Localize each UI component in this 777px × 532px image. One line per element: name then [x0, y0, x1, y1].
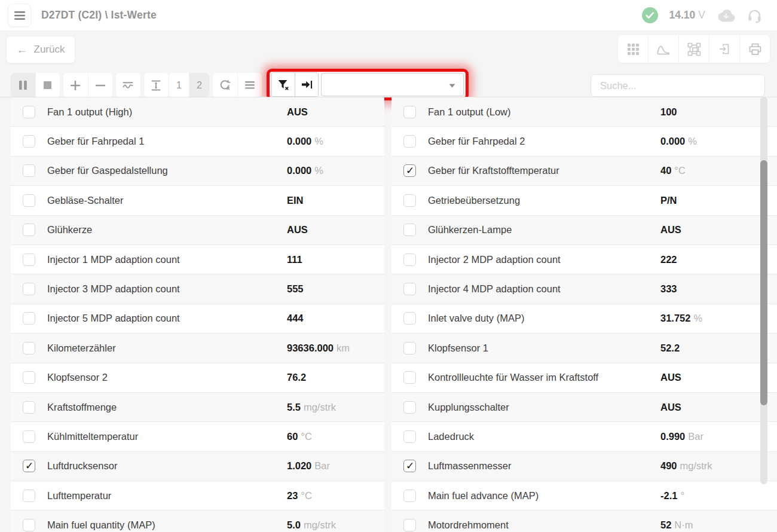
plus-icon [71, 81, 80, 90]
row-checkbox[interactable] [403, 135, 416, 148]
table-row[interactable]: Klopfsensor 1 52.2 [391, 334, 777, 363]
row-value-number: 1.020 [287, 460, 311, 471]
table-row[interactable]: Glühkerzen-Lampe AUS [391, 216, 777, 245]
table-row[interactable]: Injector 1 MDP adaption count 111 [11, 245, 384, 274]
table-row[interactable]: Kontrollleuchte für Wasser im Kraftstoff… [391, 363, 777, 393]
table-row[interactable]: Motordrehmoment 52N·m [391, 510, 777, 532]
row-checkbox[interactable] [403, 283, 416, 295]
row-value: 31.752% [660, 313, 702, 324]
chart-view-button[interactable] [648, 35, 678, 63]
table-row[interactable]: Geber für Gaspedalstellung 0.000% [11, 157, 384, 186]
table-row[interactable]: Fan 1 output (Low) 100 [391, 97, 777, 127]
reset-values-button[interactable] [213, 73, 237, 97]
table-row[interactable]: Geber für Kraftstofftemperatur 40°C [391, 157, 777, 186]
table-row[interactable]: Geber für Fahrpedal 1 0.000% [11, 127, 384, 156]
remove-button[interactable] [88, 73, 113, 97]
row-checkbox[interactable] [403, 401, 416, 414]
transform-frame-icon [687, 42, 701, 56]
table-row[interactable]: Getriebeübersetzung P/N [391, 186, 777, 215]
transform-view-button[interactable] [678, 35, 709, 63]
table-row[interactable]: Injector 4 MDP adaption count 333 [391, 274, 777, 304]
table-row[interactable]: Geber für Fahrpedal 2 0.000% [391, 127, 777, 156]
table-row[interactable]: Gebläse-Schalter EIN [11, 186, 384, 215]
row-checkbox[interactable] [23, 135, 35, 148]
table-row[interactable]: Kraftstoffmenge 5.5mg/strk [11, 393, 384, 422]
list-lines-icon [245, 81, 255, 89]
page-1-button[interactable]: 1 [169, 73, 189, 97]
row-checkbox[interactable] [23, 519, 35, 531]
grid-view-button[interactable] [618, 35, 648, 63]
value-range-button[interactable] [144, 73, 169, 97]
table-row[interactable]: Kupplungsschalter AUS [391, 393, 777, 422]
table-row[interactable]: Fan 1 output (High) AUS [11, 97, 384, 127]
smoothing-button[interactable] [116, 73, 140, 97]
cloud-download-icon[interactable] [717, 9, 735, 22]
table-row[interactable]: Ladedruck 0.990Bar [391, 422, 777, 451]
row-label: Lufttemperatur [47, 490, 111, 502]
table-row[interactable]: Injector 2 MDP adaption count 222 [391, 245, 777, 274]
row-checkbox[interactable] [23, 460, 35, 472]
row-label: Glühkerze [47, 224, 92, 236]
table-row[interactable]: Main fuel quantity (MAP) 5.0mg/strk [11, 510, 384, 532]
page-2-button[interactable]: 2 [189, 73, 209, 97]
table-row[interactable]: Glühkerze AUS [11, 216, 384, 245]
clear-filter-button[interactable] [272, 73, 295, 96]
row-value-number: 60 [287, 431, 298, 442]
filter-dropdown[interactable] [321, 73, 464, 96]
stop-button[interactable] [35, 73, 60, 97]
row-checkbox[interactable] [23, 401, 35, 414]
row-checkbox[interactable] [23, 342, 35, 354]
table-row[interactable]: Kilometerzähler 93636.000km [11, 334, 384, 363]
table-row[interactable]: Klopfsensor 2 76.2 [11, 363, 384, 393]
hamburger-menu-button[interactable] [8, 4, 31, 27]
row-checkbox[interactable] [403, 430, 416, 443]
row-checkbox[interactable] [23, 106, 35, 118]
row-checkbox[interactable] [23, 253, 35, 266]
vertical-scrollbar-track[interactable] [760, 97, 767, 484]
row-checkbox[interactable] [23, 312, 35, 325]
row-checkbox[interactable] [403, 194, 416, 207]
list-options-button[interactable] [237, 73, 262, 97]
row-checkbox[interactable] [403, 519, 416, 531]
row-checkbox[interactable] [23, 490, 35, 502]
row-checkbox[interactable] [403, 490, 416, 502]
row-checkbox[interactable] [23, 224, 35, 236]
row-checkbox[interactable] [403, 371, 416, 384]
table-row[interactable]: Inlet valve duty (MAP) 31.752% [391, 304, 777, 334]
row-checkbox[interactable] [403, 164, 416, 177]
row-checkbox[interactable] [23, 430, 35, 443]
search-input[interactable] [591, 74, 765, 97]
row-checkbox[interactable] [23, 371, 35, 384]
row-checkbox[interactable] [403, 253, 416, 266]
row-checkbox[interactable] [23, 164, 35, 177]
table-row[interactable]: Luftmassenmesser 490mg/strk [391, 452, 777, 481]
row-value-unit: °C [301, 431, 312, 442]
print-button[interactable] [739, 35, 770, 63]
row-label: Injector 3 MDP adaption count [47, 283, 180, 295]
back-button[interactable]: ← Zurück [6, 36, 75, 63]
row-checkbox[interactable] [403, 106, 416, 118]
table-row[interactable]: Injector 3 MDP adaption count 555 [11, 274, 384, 304]
row-checkbox[interactable] [403, 342, 416, 354]
row-value-number: AUS [660, 402, 681, 412]
row-value: 52N·m [660, 519, 693, 531]
table-row[interactable]: Luftdrucksensor 1.020Bar [11, 452, 384, 481]
voltage-unit: V [698, 9, 705, 21]
table-row[interactable]: Kühlmitteltemperatur 60°C [11, 422, 384, 451]
row-checkbox[interactable] [403, 460, 416, 472]
table-row[interactable]: Lufttemperatur 23°C [11, 481, 384, 510]
row-value-number: 100 [660, 106, 677, 117]
table-row[interactable]: Injector 5 MDP adaption count 444 [11, 304, 384, 334]
row-value: 60°C [287, 431, 312, 442]
row-checkbox[interactable] [403, 224, 416, 236]
export-button[interactable] [709, 35, 739, 63]
headset-icon[interactable] [747, 7, 763, 23]
row-checkbox[interactable] [403, 312, 416, 325]
pause-button[interactable] [11, 73, 35, 97]
vertical-scrollbar-thumb[interactable] [760, 160, 767, 405]
jump-to-selection-button[interactable] [295, 73, 318, 96]
row-checkbox[interactable] [23, 194, 35, 207]
add-button[interactable] [63, 73, 88, 97]
table-row[interactable]: Main fuel advance (MAP) -2.1° [391, 481, 777, 510]
row-checkbox[interactable] [23, 283, 35, 295]
